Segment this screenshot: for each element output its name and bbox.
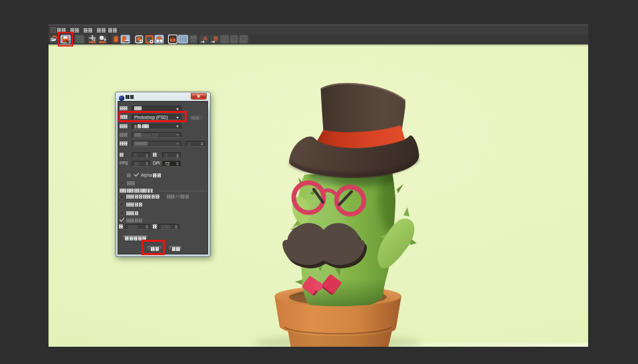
- svg-text:B: B: [214, 35, 218, 42]
- svg-text:A: A: [203, 35, 207, 42]
- svg-text:AB: AB: [190, 35, 197, 40]
- svg-text:1:: 1:: [232, 37, 236, 42]
- svg-text:12: 12: [241, 37, 247, 42]
